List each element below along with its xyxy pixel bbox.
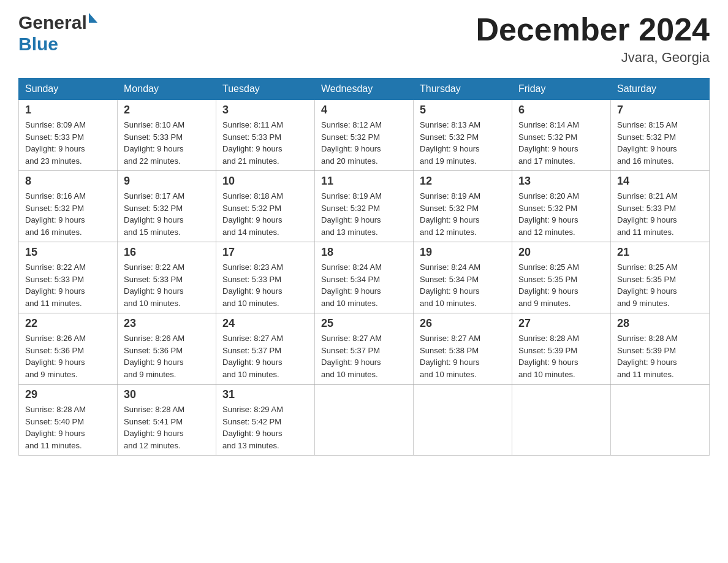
day-number: 30: [124, 388, 210, 401]
day-cell: 26 Sunrise: 8:27 AM Sunset: 5:38 PM Dayl…: [414, 313, 512, 385]
day-info: Sunrise: 8:16 AM Sunset: 5:32 PM Dayligh…: [25, 190, 111, 238]
day-cell: [315, 385, 414, 456]
day-number: 27: [518, 317, 604, 330]
day-number: 20: [518, 246, 604, 259]
week-row-3: 15 Sunrise: 8:22 AM Sunset: 5:33 PM Dayl…: [19, 242, 710, 313]
day-info: Sunrise: 8:26 AM Sunset: 5:36 PM Dayligh…: [25, 332, 111, 380]
day-number: 9: [124, 175, 210, 188]
day-cell: 16 Sunrise: 8:22 AM Sunset: 5:33 PM Dayl…: [118, 242, 216, 313]
day-number: 22: [25, 317, 111, 330]
day-cell: 13 Sunrise: 8:20 AM Sunset: 5:32 PM Dayl…: [512, 171, 611, 242]
day-info: Sunrise: 8:27 AM Sunset: 5:37 PM Dayligh…: [222, 332, 308, 380]
day-cell: 22 Sunrise: 8:26 AM Sunset: 5:36 PM Dayl…: [19, 313, 118, 385]
day-number: 12: [420, 175, 506, 188]
day-cell: 9 Sunrise: 8:17 AM Sunset: 5:32 PM Dayli…: [118, 171, 216, 242]
title-area: December 2024 Jvara, Georgia: [476, 12, 710, 66]
day-info: Sunrise: 8:11 AM Sunset: 5:33 PM Dayligh…: [222, 119, 308, 167]
day-info: Sunrise: 8:09 AM Sunset: 5:33 PM Dayligh…: [25, 119, 111, 167]
logo-arrow-icon: [89, 13, 97, 23]
day-cell: 6 Sunrise: 8:14 AM Sunset: 5:32 PM Dayli…: [512, 100, 611, 171]
day-info: Sunrise: 8:17 AM Sunset: 5:32 PM Dayligh…: [124, 190, 210, 238]
day-info: Sunrise: 8:21 AM Sunset: 5:33 PM Dayligh…: [617, 190, 703, 238]
day-cell: 17 Sunrise: 8:23 AM Sunset: 5:33 PM Dayl…: [216, 242, 315, 313]
header-cell-thursday: Thursday: [414, 79, 512, 100]
day-number: 19: [420, 246, 506, 259]
day-number: 16: [124, 246, 210, 259]
day-info: Sunrise: 8:29 AM Sunset: 5:42 PM Dayligh…: [222, 404, 308, 451]
day-number: 11: [321, 175, 407, 188]
day-cell: 10 Sunrise: 8:18 AM Sunset: 5:32 PM Dayl…: [216, 171, 315, 242]
day-info: Sunrise: 8:27 AM Sunset: 5:38 PM Dayligh…: [420, 332, 506, 380]
day-cell: 14 Sunrise: 8:21 AM Sunset: 5:33 PM Dayl…: [611, 171, 710, 242]
day-info: Sunrise: 8:28 AM Sunset: 5:39 PM Dayligh…: [617, 332, 703, 380]
day-cell: 1 Sunrise: 8:09 AM Sunset: 5:33 PM Dayli…: [19, 100, 118, 171]
day-cell: 15 Sunrise: 8:22 AM Sunset: 5:33 PM Dayl…: [19, 242, 118, 313]
day-cell: 11 Sunrise: 8:19 AM Sunset: 5:32 PM Dayl…: [315, 171, 414, 242]
day-info: Sunrise: 8:22 AM Sunset: 5:33 PM Dayligh…: [25, 261, 111, 309]
day-cell: 5 Sunrise: 8:13 AM Sunset: 5:32 PM Dayli…: [414, 100, 512, 171]
day-number: 10: [222, 175, 308, 188]
day-number: 4: [321, 104, 407, 117]
week-row-1: 1 Sunrise: 8:09 AM Sunset: 5:33 PM Dayli…: [19, 100, 710, 171]
day-number: 18: [321, 246, 407, 259]
day-info: Sunrise: 8:19 AM Sunset: 5:32 PM Dayligh…: [321, 190, 407, 238]
day-info: Sunrise: 8:15 AM Sunset: 5:32 PM Dayligh…: [617, 119, 703, 167]
day-number: 2: [124, 104, 210, 117]
header-cell-saturday: Saturday: [611, 79, 710, 100]
day-number: 7: [617, 104, 703, 117]
day-cell: 12 Sunrise: 8:19 AM Sunset: 5:32 PM Dayl…: [414, 171, 512, 242]
day-cell: 23 Sunrise: 8:26 AM Sunset: 5:36 PM Dayl…: [118, 313, 216, 385]
day-cell: 25 Sunrise: 8:27 AM Sunset: 5:37 PM Dayl…: [315, 313, 414, 385]
calendar-body: 1 Sunrise: 8:09 AM Sunset: 5:33 PM Dayli…: [19, 100, 710, 456]
day-info: Sunrise: 8:28 AM Sunset: 5:40 PM Dayligh…: [25, 404, 111, 451]
day-number: 15: [25, 246, 111, 259]
header-cell-monday: Monday: [118, 79, 216, 100]
logo-blue-text: Blue: [18, 34, 58, 54]
day-info: Sunrise: 8:25 AM Sunset: 5:35 PM Dayligh…: [518, 261, 604, 309]
day-number: 6: [518, 104, 604, 117]
day-cell: [414, 385, 512, 456]
day-cell: 30 Sunrise: 8:28 AM Sunset: 5:41 PM Dayl…: [118, 385, 216, 456]
week-row-2: 8 Sunrise: 8:16 AM Sunset: 5:32 PM Dayli…: [19, 171, 710, 242]
day-cell: 7 Sunrise: 8:15 AM Sunset: 5:32 PM Dayli…: [611, 100, 710, 171]
day-info: Sunrise: 8:24 AM Sunset: 5:34 PM Dayligh…: [420, 261, 506, 309]
day-info: Sunrise: 8:27 AM Sunset: 5:37 PM Dayligh…: [321, 332, 407, 380]
header-cell-friday: Friday: [512, 79, 611, 100]
day-info: Sunrise: 8:22 AM Sunset: 5:33 PM Dayligh…: [124, 261, 210, 309]
day-number: 3: [222, 104, 308, 117]
week-row-4: 22 Sunrise: 8:26 AM Sunset: 5:36 PM Dayl…: [19, 313, 710, 385]
day-cell: 24 Sunrise: 8:27 AM Sunset: 5:37 PM Dayl…: [216, 313, 315, 385]
day-info: Sunrise: 8:18 AM Sunset: 5:32 PM Dayligh…: [222, 190, 308, 238]
day-info: Sunrise: 8:10 AM Sunset: 5:33 PM Dayligh…: [124, 119, 210, 167]
day-cell: 19 Sunrise: 8:24 AM Sunset: 5:34 PM Dayl…: [414, 242, 512, 313]
day-info: Sunrise: 8:28 AM Sunset: 5:41 PM Dayligh…: [124, 404, 210, 451]
day-cell: 3 Sunrise: 8:11 AM Sunset: 5:33 PM Dayli…: [216, 100, 315, 171]
location-text: Jvara, Georgia: [476, 50, 710, 66]
day-number: 31: [222, 388, 308, 401]
day-number: 8: [25, 175, 111, 188]
day-cell: 4 Sunrise: 8:12 AM Sunset: 5:32 PM Dayli…: [315, 100, 414, 171]
day-cell: [611, 385, 710, 456]
day-info: Sunrise: 8:19 AM Sunset: 5:32 PM Dayligh…: [420, 190, 506, 238]
logo-general-text: General: [18, 12, 87, 34]
day-cell: 20 Sunrise: 8:25 AM Sunset: 5:35 PM Dayl…: [512, 242, 611, 313]
day-info: Sunrise: 8:26 AM Sunset: 5:36 PM Dayligh…: [124, 332, 210, 380]
day-cell: 21 Sunrise: 8:25 AM Sunset: 5:35 PM Dayl…: [611, 242, 710, 313]
day-number: 29: [25, 388, 111, 401]
header-cell-wednesday: Wednesday: [315, 79, 414, 100]
logo: General Blue: [18, 12, 97, 55]
day-info: Sunrise: 8:20 AM Sunset: 5:32 PM Dayligh…: [518, 190, 604, 238]
day-number: 17: [222, 246, 308, 259]
day-cell: 8 Sunrise: 8:16 AM Sunset: 5:32 PM Dayli…: [19, 171, 118, 242]
day-number: 26: [420, 317, 506, 330]
calendar-header: SundayMondayTuesdayWednesdayThursdayFrid…: [19, 79, 710, 100]
calendar-table: SundayMondayTuesdayWednesdayThursdayFrid…: [18, 78, 710, 456]
day-number: 25: [321, 317, 407, 330]
day-cell: 2 Sunrise: 8:10 AM Sunset: 5:33 PM Dayli…: [118, 100, 216, 171]
day-info: Sunrise: 8:13 AM Sunset: 5:32 PM Dayligh…: [420, 119, 506, 167]
day-number: 1: [25, 104, 111, 117]
day-cell: 18 Sunrise: 8:24 AM Sunset: 5:34 PM Dayl…: [315, 242, 414, 313]
page-header: General Blue December 2024 Jvara, Georgi…: [18, 12, 710, 66]
header-row: SundayMondayTuesdayWednesdayThursdayFrid…: [19, 79, 710, 100]
day-cell: 28 Sunrise: 8:28 AM Sunset: 5:39 PM Dayl…: [611, 313, 710, 385]
